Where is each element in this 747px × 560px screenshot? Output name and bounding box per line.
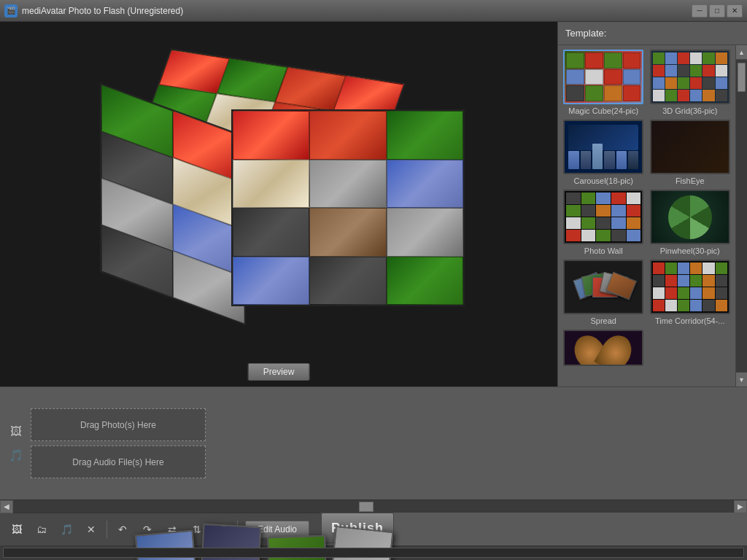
tc: [716, 52, 727, 64]
tc: [581, 192, 596, 204]
tc: [581, 217, 596, 229]
tc: [653, 287, 665, 299]
template-thumb-3d-grid: [650, 50, 730, 104]
template-label-pinwheel: Pinwheel(30-pic): [660, 246, 720, 255]
tc: [678, 275, 689, 287]
close-button[interactable]: ✕: [727, 4, 743, 18]
audio-button[interactable]: 🎵: [55, 519, 77, 540]
scroll-thumb[interactable]: [738, 63, 746, 92]
minimize-button[interactable]: ─: [692, 4, 708, 18]
template-scrollbar: ▲ ▼: [735, 45, 747, 386]
tc: [703, 300, 714, 311]
photo-cell: [309, 111, 386, 160]
tc: [665, 65, 677, 77]
hscroll-right-button[interactable]: ▶: [734, 500, 747, 513]
template-item-3d-grid[interactable]: 3D Grid(36-pic): [649, 50, 732, 115]
template-item-magic-cube[interactable]: Magic Cube(24-pic): [562, 50, 645, 115]
tc: [566, 205, 581, 217]
template-scroll[interactable]: Magic Cube(24-pic): [558, 45, 735, 386]
tc: [703, 77, 714, 89]
tc: [566, 85, 584, 101]
tc: [665, 90, 677, 101]
progress-bar-track: 0%: [3, 548, 744, 558]
tc: [653, 275, 665, 287]
add-photo-button[interactable]: 🖼: [6, 519, 28, 540]
main-content: Preview Template:: [0, 22, 747, 386]
tc: [566, 217, 581, 229]
tc: [596, 217, 611, 229]
photo-cell: [233, 160, 309, 209]
app-title: mediAvatar Photo to Flash (Unregistered): [22, 6, 692, 16]
maximize-button[interactable]: □: [709, 4, 725, 18]
photo-cell: [309, 160, 386, 209]
tc: [678, 262, 689, 274]
undo-button[interactable]: ↶: [112, 519, 133, 540]
drop-zones-container: 🖼 🎵 Drag Photo(s) Here Drag Audio File(s…: [0, 387, 747, 499]
tc: [581, 230, 596, 241]
photo-cell: [309, 208, 386, 257]
template-item-pinwheel[interactable]: Pinwheel(30-pic): [649, 190, 732, 255]
tc: [596, 205, 611, 217]
template-label-3d-grid: 3D Grid(36-pic): [662, 106, 717, 115]
template-sidebar: Template:: [557, 22, 747, 386]
app-icon: 🎬: [4, 4, 18, 18]
tc: [716, 65, 727, 77]
tc: [703, 52, 714, 64]
tc: [703, 287, 714, 299]
tc: [611, 205, 626, 217]
tc: [703, 65, 714, 77]
hscroll-track: [13, 500, 734, 513]
preview-button[interactable]: Preview: [248, 363, 310, 381]
titlebar: 🎬 mediAvatar Photo to Flash (Unregistere…: [0, 0, 747, 22]
scroll-down-button[interactable]: ▼: [736, 372, 747, 386]
tc: [678, 77, 689, 89]
tc: [585, 52, 603, 69]
tc: [627, 205, 641, 217]
delete-button[interactable]: ✕: [80, 519, 102, 540]
template-thumb-time-corridor: [650, 260, 730, 314]
template-item-fisheye[interactable]: FishEye: [649, 120, 732, 185]
audio-drop-zone[interactable]: Drag Audio File(s) Here: [31, 446, 206, 478]
tc: [665, 262, 677, 274]
scroll-up-button[interactable]: ▲: [736, 45, 747, 60]
tc: [566, 69, 584, 85]
photo-cell: [387, 160, 463, 209]
tc: [623, 85, 641, 101]
tc: [627, 230, 641, 241]
hscroll-left-button[interactable]: ◀: [0, 500, 13, 513]
photo-drop-zone[interactable]: Drag Photo(s) Here: [31, 408, 206, 441]
tc: [716, 77, 727, 89]
template-item-time-corridor[interactable]: Time Corridor(54-...: [649, 260, 732, 325]
template-item-spread[interactable]: Spread: [562, 260, 645, 325]
preview-area: Preview: [0, 22, 557, 386]
tc: [665, 52, 677, 64]
open-folder-button[interactable]: 🗂: [31, 519, 53, 540]
template-header: Template:: [558, 22, 747, 45]
tc: [611, 217, 626, 229]
photo-icon: 🖼: [7, 423, 25, 440]
tc: [678, 52, 689, 64]
tc: [604, 69, 622, 85]
tc: [690, 52, 702, 64]
tc: [581, 205, 596, 217]
drop-zones-column: Drag Photo(s) Here Drag Audio File(s) He…: [31, 408, 206, 478]
tc: [653, 77, 665, 89]
template-item-butterfly[interactable]: [562, 330, 645, 368]
photo-cell: [387, 208, 463, 257]
template-thumb-magic-cube: [563, 50, 643, 104]
template-thumb-carousel: [563, 120, 643, 174]
hscroll-thumb[interactable]: [359, 502, 374, 512]
tc: [627, 217, 641, 229]
progress-label: 0%: [4, 557, 743, 558]
tc: [623, 69, 641, 85]
template-label-carousel: Carousel(18-pic): [574, 176, 633, 185]
tc: [623, 52, 641, 69]
photo-cell: [387, 111, 463, 160]
tc: [653, 65, 665, 77]
tc: [703, 275, 714, 287]
photo-cell: [233, 257, 309, 306]
template-item-carousel[interactable]: Carousel(18-pic): [562, 120, 645, 185]
tc: [690, 287, 702, 299]
template-item-photo-wall[interactable]: Photo Wall: [562, 190, 645, 255]
template-thumb-spread: [563, 260, 643, 314]
